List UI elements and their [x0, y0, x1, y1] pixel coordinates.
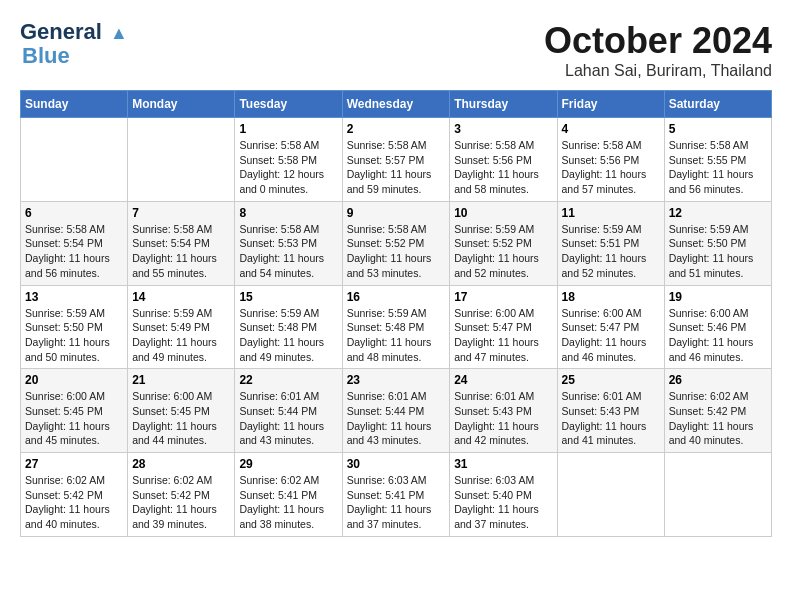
logo: General ▲ Blue: [20, 20, 128, 68]
day-number: 15: [239, 290, 337, 304]
calendar-cell: 10Sunrise: 5:59 AMSunset: 5:52 PMDayligh…: [450, 201, 557, 285]
calendar-cell: 21Sunrise: 6:00 AMSunset: 5:45 PMDayligh…: [128, 369, 235, 453]
cell-content: Sunrise: 6:00 AMSunset: 5:46 PMDaylight:…: [669, 306, 767, 365]
day-number: 5: [669, 122, 767, 136]
calendar-cell: 29Sunrise: 6:02 AMSunset: 5:41 PMDayligh…: [235, 453, 342, 537]
calendar-cell: 30Sunrise: 6:03 AMSunset: 5:41 PMDayligh…: [342, 453, 450, 537]
calendar-cell: 24Sunrise: 6:01 AMSunset: 5:43 PMDayligh…: [450, 369, 557, 453]
day-header-sunday: Sunday: [21, 91, 128, 118]
cell-content: Sunrise: 5:58 AMSunset: 5:56 PMDaylight:…: [562, 138, 660, 197]
calendar-week-row: 13Sunrise: 5:59 AMSunset: 5:50 PMDayligh…: [21, 285, 772, 369]
day-number: 19: [669, 290, 767, 304]
cell-content: Sunrise: 5:59 AMSunset: 5:50 PMDaylight:…: [25, 306, 123, 365]
day-header-thursday: Thursday: [450, 91, 557, 118]
day-number: 27: [25, 457, 123, 471]
title-block: October 2024 Lahan Sai, Buriram, Thailan…: [544, 20, 772, 80]
day-number: 18: [562, 290, 660, 304]
day-number: 31: [454, 457, 552, 471]
day-header-saturday: Saturday: [664, 91, 771, 118]
day-number: 17: [454, 290, 552, 304]
cell-content: Sunrise: 5:58 AMSunset: 5:52 PMDaylight:…: [347, 222, 446, 281]
cell-content: Sunrise: 6:01 AMSunset: 5:44 PMDaylight:…: [239, 389, 337, 448]
calendar-cell: 20Sunrise: 6:00 AMSunset: 5:45 PMDayligh…: [21, 369, 128, 453]
day-header-wednesday: Wednesday: [342, 91, 450, 118]
cell-content: Sunrise: 6:01 AMSunset: 5:44 PMDaylight:…: [347, 389, 446, 448]
calendar-cell: 5Sunrise: 5:58 AMSunset: 5:55 PMDaylight…: [664, 118, 771, 202]
day-number: 10: [454, 206, 552, 220]
calendar-table: SundayMondayTuesdayWednesdayThursdayFrid…: [20, 90, 772, 537]
calendar-cell: 23Sunrise: 6:01 AMSunset: 5:44 PMDayligh…: [342, 369, 450, 453]
calendar-cell: 6Sunrise: 5:58 AMSunset: 5:54 PMDaylight…: [21, 201, 128, 285]
logo-blue: Blue: [22, 44, 70, 68]
calendar-cell: [21, 118, 128, 202]
calendar-cell: 31Sunrise: 6:03 AMSunset: 5:40 PMDayligh…: [450, 453, 557, 537]
day-number: 13: [25, 290, 123, 304]
page-header: General ▲ Blue October 2024 Lahan Sai, B…: [20, 20, 772, 80]
day-number: 29: [239, 457, 337, 471]
calendar-week-row: 27Sunrise: 6:02 AMSunset: 5:42 PMDayligh…: [21, 453, 772, 537]
day-number: 14: [132, 290, 230, 304]
month-title: October 2024: [544, 20, 772, 62]
cell-content: Sunrise: 5:59 AMSunset: 5:51 PMDaylight:…: [562, 222, 660, 281]
calendar-cell: 11Sunrise: 5:59 AMSunset: 5:51 PMDayligh…: [557, 201, 664, 285]
cell-content: Sunrise: 5:58 AMSunset: 5:58 PMDaylight:…: [239, 138, 337, 197]
logo-text: General ▲: [20, 20, 128, 44]
calendar-cell: 19Sunrise: 6:00 AMSunset: 5:46 PMDayligh…: [664, 285, 771, 369]
calendar-cell: [664, 453, 771, 537]
day-header-monday: Monday: [128, 91, 235, 118]
cell-content: Sunrise: 6:01 AMSunset: 5:43 PMDaylight:…: [562, 389, 660, 448]
cell-content: Sunrise: 5:59 AMSunset: 5:50 PMDaylight:…: [669, 222, 767, 281]
cell-content: Sunrise: 5:58 AMSunset: 5:56 PMDaylight:…: [454, 138, 552, 197]
calendar-cell: [557, 453, 664, 537]
cell-content: Sunrise: 5:58 AMSunset: 5:54 PMDaylight:…: [25, 222, 123, 281]
calendar-cell: 4Sunrise: 5:58 AMSunset: 5:56 PMDaylight…: [557, 118, 664, 202]
cell-content: Sunrise: 6:02 AMSunset: 5:42 PMDaylight:…: [132, 473, 230, 532]
day-number: 11: [562, 206, 660, 220]
day-number: 20: [25, 373, 123, 387]
cell-content: Sunrise: 6:03 AMSunset: 5:41 PMDaylight:…: [347, 473, 446, 532]
calendar-cell: 12Sunrise: 5:59 AMSunset: 5:50 PMDayligh…: [664, 201, 771, 285]
cell-content: Sunrise: 6:01 AMSunset: 5:43 PMDaylight:…: [454, 389, 552, 448]
day-number: 22: [239, 373, 337, 387]
calendar-header-row: SundayMondayTuesdayWednesdayThursdayFrid…: [21, 91, 772, 118]
calendar-cell: 13Sunrise: 5:59 AMSunset: 5:50 PMDayligh…: [21, 285, 128, 369]
cell-content: Sunrise: 5:58 AMSunset: 5:57 PMDaylight:…: [347, 138, 446, 197]
day-number: 21: [132, 373, 230, 387]
day-number: 26: [669, 373, 767, 387]
calendar-cell: 14Sunrise: 5:59 AMSunset: 5:49 PMDayligh…: [128, 285, 235, 369]
calendar-cell: 1Sunrise: 5:58 AMSunset: 5:58 PMDaylight…: [235, 118, 342, 202]
calendar-cell: 8Sunrise: 5:58 AMSunset: 5:53 PMDaylight…: [235, 201, 342, 285]
calendar-cell: [128, 118, 235, 202]
calendar-cell: 2Sunrise: 5:58 AMSunset: 5:57 PMDaylight…: [342, 118, 450, 202]
calendar-cell: 17Sunrise: 6:00 AMSunset: 5:47 PMDayligh…: [450, 285, 557, 369]
calendar-cell: 3Sunrise: 5:58 AMSunset: 5:56 PMDaylight…: [450, 118, 557, 202]
day-number: 3: [454, 122, 552, 136]
cell-content: Sunrise: 5:58 AMSunset: 5:53 PMDaylight:…: [239, 222, 337, 281]
day-number: 1: [239, 122, 337, 136]
cell-content: Sunrise: 6:00 AMSunset: 5:45 PMDaylight:…: [132, 389, 230, 448]
day-header-tuesday: Tuesday: [235, 91, 342, 118]
day-number: 16: [347, 290, 446, 304]
day-number: 2: [347, 122, 446, 136]
cell-content: Sunrise: 6:02 AMSunset: 5:42 PMDaylight:…: [669, 389, 767, 448]
day-number: 7: [132, 206, 230, 220]
cell-content: Sunrise: 6:03 AMSunset: 5:40 PMDaylight:…: [454, 473, 552, 532]
cell-content: Sunrise: 6:02 AMSunset: 5:42 PMDaylight:…: [25, 473, 123, 532]
cell-content: Sunrise: 5:58 AMSunset: 5:55 PMDaylight:…: [669, 138, 767, 197]
calendar-cell: 27Sunrise: 6:02 AMSunset: 5:42 PMDayligh…: [21, 453, 128, 537]
cell-content: Sunrise: 6:02 AMSunset: 5:41 PMDaylight:…: [239, 473, 337, 532]
day-number: 30: [347, 457, 446, 471]
calendar-cell: 9Sunrise: 5:58 AMSunset: 5:52 PMDaylight…: [342, 201, 450, 285]
day-header-friday: Friday: [557, 91, 664, 118]
calendar-week-row: 20Sunrise: 6:00 AMSunset: 5:45 PMDayligh…: [21, 369, 772, 453]
day-number: 12: [669, 206, 767, 220]
calendar-cell: 7Sunrise: 5:58 AMSunset: 5:54 PMDaylight…: [128, 201, 235, 285]
cell-content: Sunrise: 6:00 AMSunset: 5:47 PMDaylight:…: [454, 306, 552, 365]
day-number: 24: [454, 373, 552, 387]
day-number: 4: [562, 122, 660, 136]
cell-content: Sunrise: 6:00 AMSunset: 5:47 PMDaylight:…: [562, 306, 660, 365]
cell-content: Sunrise: 5:59 AMSunset: 5:49 PMDaylight:…: [132, 306, 230, 365]
calendar-cell: 25Sunrise: 6:01 AMSunset: 5:43 PMDayligh…: [557, 369, 664, 453]
cell-content: Sunrise: 5:58 AMSunset: 5:54 PMDaylight:…: [132, 222, 230, 281]
calendar-cell: 22Sunrise: 6:01 AMSunset: 5:44 PMDayligh…: [235, 369, 342, 453]
